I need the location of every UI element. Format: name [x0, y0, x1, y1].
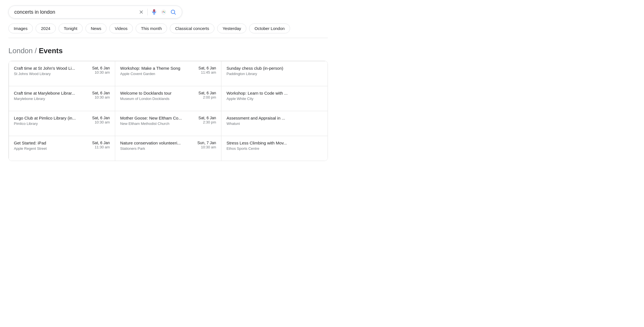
chip-classical-concerts[interactable]: Classical concerts: [170, 24, 214, 33]
chip-tonight[interactable]: Tonight: [59, 24, 83, 33]
svg-point-5: [163, 11, 164, 11]
event-venue: St Johns Wood Library: [14, 72, 89, 76]
event-time: 10:30 am: [92, 70, 110, 74]
event-date: Sat, 6 Jan: [92, 141, 110, 145]
event-date: Sat, 6 Jan: [92, 91, 110, 95]
event-date: Sat, 6 Jan: [92, 66, 110, 70]
event-datetime: Sat, 6 Jan10:30 am: [92, 66, 110, 74]
event-venue: Ethos Sports Centre: [226, 146, 287, 151]
event-venue: Pimlico Library: [14, 122, 89, 126]
event-venue: Apple Covent Garden: [120, 72, 196, 76]
filter-chips: Images2024TonightNewsVideosThis monthCla…: [8, 24, 328, 38]
event-time: 10:30 am: [92, 95, 110, 99]
event-card[interactable]: Assessment and Appraisal in ...Whatuni: [221, 111, 328, 136]
section-location: London: [8, 46, 33, 55]
event-datetime: Sun, 7 Jan10:30 am: [197, 141, 216, 149]
chip-this-month[interactable]: This month: [136, 24, 167, 33]
event-time: 10:30 am: [92, 120, 110, 124]
events-grid: Craft time at St John's Wood Li...St Joh…: [8, 61, 328, 161]
event-title: Workshop: Learn to Code with ...: [226, 91, 288, 95]
event-title: Nature conservation volunteeri...: [120, 141, 194, 145]
voice-search-button[interactable]: [151, 9, 157, 15]
event-venue: Paddington Library: [226, 72, 283, 76]
chip-news[interactable]: News: [85, 24, 107, 33]
event-venue: Apple Regent Street: [14, 146, 89, 151]
search-input[interactable]: concerts in london: [14, 9, 135, 15]
chip-videos[interactable]: Videos: [109, 24, 133, 33]
event-title: Stress Less Climbing with Mov...: [226, 141, 287, 145]
event-title: Workshop: Make a Theme Song: [120, 66, 196, 71]
event-datetime: Sat, 6 Jan11:30 am: [92, 141, 110, 149]
event-card[interactable]: Nature conservation volunteeri...Station…: [115, 136, 221, 161]
chip-october-london[interactable]: October London: [249, 24, 290, 33]
event-card[interactable]: Stress Less Climbing with Mov...Ethos Sp…: [221, 136, 328, 161]
event-title: Assessment and Appraisal in ...: [226, 116, 285, 120]
event-datetime: Sat, 6 Jan10:30 am: [92, 116, 110, 124]
chip-2024[interactable]: 2024: [36, 24, 55, 33]
event-datetime: Sat, 6 Jan11:45 am: [198, 66, 216, 74]
chip-images[interactable]: Images: [8, 24, 33, 33]
event-title: Craft time at Marylebone Librar...: [14, 91, 89, 95]
event-date: Sat, 6 Jan: [198, 66, 216, 70]
event-card[interactable]: Welcome to Docklands tourMuseum of Londo…: [115, 86, 221, 111]
event-card[interactable]: Sunday chess club (in-person)Paddington …: [221, 61, 328, 86]
event-time: 10:30 am: [197, 145, 216, 149]
event-venue: Stationers Park: [120, 146, 194, 151]
event-card[interactable]: Workshop: Make a Theme SongApple Covent …: [115, 61, 221, 86]
event-time: 2:00 pm: [198, 95, 216, 99]
chip-yesterday[interactable]: Yesterday: [217, 24, 246, 33]
event-title: Mother Goose: New Eltham Co...: [120, 116, 196, 120]
svg-line-7: [174, 13, 175, 14]
section-separator: /: [35, 46, 39, 55]
section-heading: London / Events: [8, 46, 328, 55]
svg-point-3: [162, 12, 163, 13]
search-bar: concerts in london: [8, 6, 182, 18]
event-venue: New Eltham Methodist Church: [120, 122, 196, 126]
event-title: Craft time at St John's Wood Li...: [14, 66, 89, 71]
event-venue: Museum of London Docklands: [120, 97, 196, 101]
event-date: Sat, 6 Jan: [198, 91, 216, 95]
clear-button[interactable]: [138, 9, 144, 15]
event-card[interactable]: Craft time at Marylebone Librar...Maryle…: [9, 86, 115, 111]
image-search-button[interactable]: [161, 9, 167, 15]
event-title: Sunday chess club (in-person): [226, 66, 283, 71]
event-date: Sat, 6 Jan: [198, 116, 216, 120]
event-venue: Whatuni: [226, 122, 285, 126]
event-card[interactable]: Craft time at St John's Wood Li...St Joh…: [9, 61, 115, 86]
event-time: 2:30 pm: [198, 120, 216, 124]
event-time: 11:30 am: [92, 145, 110, 149]
event-date: Sun, 7 Jan: [197, 141, 216, 145]
event-card[interactable]: Lego Club at Pimlico Library (in...Pimli…: [9, 111, 115, 136]
event-card[interactable]: Mother Goose: New Eltham Co...New Eltham…: [115, 111, 221, 136]
event-title: Get Started: iPad: [14, 141, 89, 145]
event-title: Lego Club at Pimlico Library (in...: [14, 116, 89, 120]
event-venue: Apple White City: [226, 97, 288, 101]
event-datetime: Sat, 6 Jan2:00 pm: [198, 91, 216, 99]
svg-point-4: [164, 12, 165, 13]
event-date: Sat, 6 Jan: [92, 116, 110, 120]
event-time: 11:45 am: [198, 70, 216, 74]
event-datetime: Sat, 6 Jan10:30 am: [92, 91, 110, 99]
event-card[interactable]: Get Started: iPadApple Regent StreetSat,…: [9, 136, 115, 161]
divider: [147, 9, 148, 15]
event-venue: Marylebone Library: [14, 97, 89, 101]
event-datetime: Sat, 6 Jan2:30 pm: [198, 116, 216, 124]
event-card[interactable]: Workshop: Learn to Code with ...Apple Wh…: [221, 86, 328, 111]
search-button[interactable]: [170, 9, 176, 15]
section-category: Events: [39, 46, 62, 55]
event-title: Welcome to Docklands tour: [120, 91, 196, 95]
